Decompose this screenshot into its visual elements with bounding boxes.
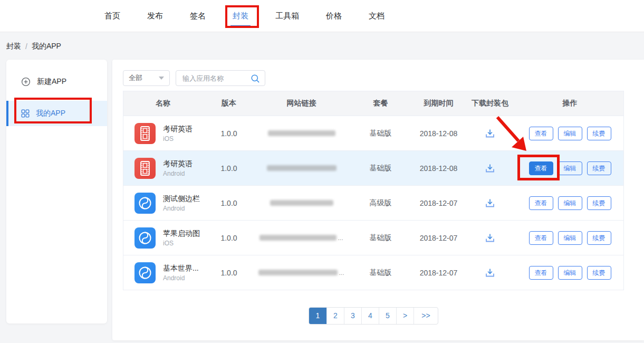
view-button[interactable]: 查看 <box>529 127 553 140</box>
col-header-plan: 套餐 <box>348 99 414 108</box>
sidebar-my-app-label: 我的APP <box>36 109 65 118</box>
app-plan: 高级版 <box>348 198 414 208</box>
table-row: 苹果启动图 iOS 1.0.0 ... 基础版 2018-12-07 查看 编辑… <box>123 221 623 255</box>
app-name: 考研英语 <box>163 125 193 134</box>
download-package-icon[interactable] <box>484 128 496 139</box>
app-plan: 基础版 <box>348 129 414 138</box>
nav-item-price[interactable]: 价格 <box>326 11 342 21</box>
renew-button[interactable]: 续费 <box>587 266 611 280</box>
chevron-down-icon <box>159 77 164 80</box>
download-package-icon[interactable] <box>484 268 496 278</box>
app-plan: 基础版 <box>348 164 414 173</box>
masked-website-link <box>258 270 338 275</box>
view-button[interactable]: 查看 <box>529 196 553 210</box>
sidebar: 新建APP 我的APP <box>6 60 107 323</box>
view-button[interactable]: 查看 <box>529 161 553 175</box>
app-name: 测试侧边栏 <box>163 194 200 203</box>
next-page-button[interactable]: > <box>396 308 414 324</box>
page-button-2[interactable]: 2 <box>326 308 344 324</box>
filter-bar: 全部 <box>123 70 265 86</box>
page-button-4[interactable]: 4 <box>361 308 379 324</box>
search-box <box>176 70 265 86</box>
app-version: 1.0.0 <box>203 234 255 242</box>
app-platform: iOS <box>163 135 174 142</box>
link-ellipsis: ... <box>339 269 344 277</box>
breadcrumb-separator: / <box>25 42 27 51</box>
last-page-button[interactable]: >> <box>414 308 438 324</box>
edit-button[interactable]: 编辑 <box>558 127 582 140</box>
sidebar-new-app-label: 新建APP <box>37 77 66 87</box>
edit-button[interactable]: 编辑 <box>558 196 582 210</box>
app-version: 1.0.0 <box>203 164 255 173</box>
nav-item-toolbox[interactable]: 工具箱 <box>275 11 299 21</box>
view-button[interactable]: 查看 <box>529 231 553 245</box>
edit-button[interactable]: 编辑 <box>558 266 582 280</box>
apps-table: 名称 版本 网站链接 套餐 到期时间 下载封装包 操作 <box>123 91 624 290</box>
app-expiry: 2018-12-07 <box>414 234 464 242</box>
page-button-5[interactable]: 5 <box>379 308 396 324</box>
masked-website-link <box>259 235 337 241</box>
col-header-link: 网站链接 <box>255 99 348 108</box>
masked-website-link <box>267 165 337 171</box>
category-select[interactable]: 全部 <box>123 70 170 86</box>
nav-item-home[interactable]: 首页 <box>104 11 120 21</box>
table-row: 考研英语 iOS 1.0.0 基础版 2018-12-08 查看 编辑 续费 <box>123 116 623 151</box>
app-expiry: 2018-12-08 <box>414 164 464 173</box>
nav-item-docs[interactable]: 文档 <box>369 11 385 21</box>
col-header-name: 名称 <box>123 99 203 108</box>
film-app-icon <box>134 158 156 179</box>
table-header: 名称 版本 网站链接 套餐 到期时间 下载封装包 操作 <box>123 91 623 116</box>
app-platform: iOS <box>163 240 174 247</box>
grid-icon <box>21 109 30 118</box>
breadcrumb-section[interactable]: 封装 <box>6 42 21 51</box>
download-package-icon[interactable] <box>484 233 496 243</box>
view-button[interactable]: 查看 <box>529 266 553 280</box>
table-row-highlighted: 考研英语 Android 1.0.0 基础版 2018-12-08 查看 编辑 … <box>123 151 623 186</box>
table-row: 测试侧边栏 Android 1.0.0 高级版 2018-12-07 查看 编辑… <box>123 186 623 221</box>
app-screen: 首页 发布 签名 封装 工具箱 价格 文档 封装 / 我的APP 新建APP <box>0 0 644 343</box>
download-package-icon[interactable] <box>484 163 496 174</box>
col-header-actions: 操作 <box>516 99 623 108</box>
search-input[interactable] <box>176 71 246 85</box>
app-plan: 基础版 <box>348 268 414 278</box>
nav-item-sign[interactable]: 签名 <box>190 11 206 21</box>
sidebar-item-my-app[interactable]: 我的APP <box>6 101 107 126</box>
app-version: 1.0.0 <box>203 129 255 138</box>
active-indicator-bar <box>6 101 8 126</box>
download-package-icon[interactable] <box>484 198 496 208</box>
app-name: 基本世界... <box>163 264 199 273</box>
plus-circle-icon <box>21 77 31 87</box>
app-name: 苹果启动图 <box>163 229 200 238</box>
app-platform: Android <box>163 205 185 212</box>
page-button-1[interactable]: 1 <box>309 308 326 324</box>
page-button-3[interactable]: 3 <box>344 308 361 324</box>
table-row: 基本世界... Android 1.0.0 ... 基础版 2018-12-07… <box>123 255 623 290</box>
app-plan: 基础版 <box>348 233 414 243</box>
nav-item-publish[interactable]: 发布 <box>147 11 163 21</box>
film-app-icon <box>134 123 156 144</box>
top-navbar: 首页 发布 签名 封装 工具箱 价格 文档 <box>0 0 644 32</box>
sidebar-item-new-app[interactable]: 新建APP <box>6 69 107 94</box>
app-version: 1.0.0 <box>203 199 255 207</box>
col-header-version: 版本 <box>203 99 255 108</box>
masked-website-link <box>268 130 335 136</box>
renew-button[interactable]: 续费 <box>587 127 611 140</box>
app-expiry: 2018-12-07 <box>414 269 464 277</box>
edit-button[interactable]: 编辑 <box>558 231 582 245</box>
app-platform: Android <box>163 170 185 177</box>
masked-website-link <box>270 200 333 206</box>
s-app-icon <box>134 227 156 249</box>
search-icon[interactable] <box>251 74 260 83</box>
renew-button[interactable]: 续费 <box>587 196 611 210</box>
app-expiry: 2018-12-07 <box>414 199 464 207</box>
nav-item-package[interactable]: 封装 <box>233 11 248 21</box>
breadcrumb: 封装 / 我的APP <box>6 42 61 51</box>
renew-button[interactable]: 续费 <box>587 231 611 245</box>
app-expiry: 2018-12-08 <box>414 129 464 138</box>
app-platform: Android <box>163 274 185 282</box>
breadcrumb-page: 我的APP <box>32 42 61 51</box>
renew-button[interactable]: 续费 <box>587 161 611 175</box>
edit-button[interactable]: 编辑 <box>558 161 582 175</box>
main-nav: 首页 发布 签名 封装 工具箱 价格 文档 <box>104 0 385 32</box>
pagination: 1 2 3 4 5 > >> <box>123 307 624 325</box>
